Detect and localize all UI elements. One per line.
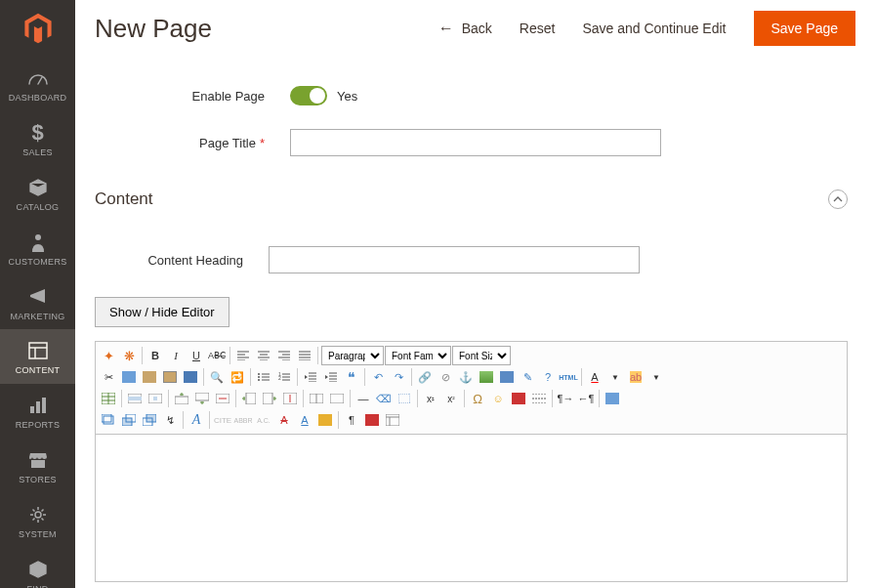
cut-icon[interactable]: ✂ [99,367,118,387]
enable-page-toggle[interactable] [290,86,327,105]
col-after-icon[interactable] [260,389,279,408]
align-justify-icon[interactable] [295,346,314,365]
hr-icon[interactable]: — [354,389,373,408]
merge-cells-icon[interactable] [327,389,347,408]
textcolor-icon[interactable]: A [585,367,604,387]
align-right-icon[interactable] [274,346,294,365]
charmap-icon[interactable]: Ω [468,389,487,408]
split-cells-icon[interactable] [307,389,326,408]
align-left-icon[interactable] [233,346,253,365]
textcolor-dropdown-icon[interactable]: ▼ [605,367,625,387]
acronym-icon[interactable]: A.C. [254,410,273,430]
variable-icon[interactable]: ❋ [119,346,139,365]
page-title-row: Page Title* [95,129,848,156]
media-icon[interactable] [497,367,517,387]
svg-rect-27 [398,394,410,403]
abbr-icon[interactable]: ABBR [233,410,253,430]
table-icon[interactable] [99,389,118,408]
anchor-icon[interactable]: ⚓ [456,367,476,387]
ltr-icon[interactable]: ¶→ [556,389,575,408]
help-icon[interactable]: ? [538,367,558,387]
template-icon[interactable] [383,410,402,430]
layer-backward-icon[interactable] [140,410,159,430]
cell-props-icon[interactable] [146,389,165,408]
content-heading-input[interactable] [269,246,640,273]
bgcolor-icon[interactable]: ab [626,367,646,387]
visual-aid-icon[interactable] [395,389,414,408]
back-link[interactable]: ← Back [438,20,492,37]
col-before-icon[interactable] [239,389,259,408]
styleprops-icon[interactable]: A [187,410,206,430]
number-list-icon[interactable]: 12 [274,367,294,387]
fullscreen-icon[interactable] [603,389,622,408]
sidebar-item-customers[interactable]: CUSTOMERS [0,221,75,275]
content-section-title: Content [95,189,828,209]
paste-text-icon[interactable] [160,367,180,387]
sidebar-item-system[interactable]: SYSTEM [0,493,75,548]
image-icon[interactable] [477,367,496,387]
strikethrough-icon[interactable]: AB̶C̶ [207,346,227,365]
visualchars-icon[interactable]: ¶ [342,410,361,430]
paste-word-icon[interactable] [181,367,200,387]
paste-icon[interactable] [140,367,159,387]
widget-icon[interactable]: ✦ [99,346,118,365]
blockquote-icon[interactable]: ❝ [342,367,361,387]
bgcolor-dropdown-icon[interactable]: ▼ [646,367,666,387]
sidebar-item-catalog[interactable]: CATALOG [0,166,75,221]
reset-link[interactable]: Reset [520,21,556,36]
font-size-select[interactable]: Font Size [452,346,511,365]
find-icon[interactable]: 🔍 [207,367,227,387]
sidebar-item-sales[interactable]: $ SALES [0,111,75,166]
sidebar-item-marketing[interactable]: MARKETING [0,275,75,330]
sidebar-item-stores[interactable]: STORES [0,439,75,493]
unlink-icon[interactable]: ⊘ [436,367,455,387]
cite-icon[interactable]: CITE [213,410,232,430]
italic-icon[interactable]: I [166,346,186,365]
save-continue-link[interactable]: Save and Continue Edit [582,21,726,36]
replace-icon[interactable]: 🔁 [228,367,247,387]
layer-icon[interactable] [99,410,118,430]
cleanup-icon[interactable]: ✎ [518,367,537,387]
indent-icon[interactable] [321,367,341,387]
absolute-icon[interactable]: ↯ [160,410,180,430]
page-title-input[interactable] [290,129,661,156]
font-family-select[interactable]: Font Family [385,346,451,365]
redo-icon[interactable]: ↷ [389,367,408,387]
remove-format-icon[interactable]: ⌫ [374,389,394,408]
show-hide-editor-button[interactable]: Show / Hide Editor [95,297,229,327]
format-select[interactable]: Paragraph [321,346,384,365]
outdent-icon[interactable] [301,367,320,387]
row-delete-icon[interactable] [213,389,232,408]
copy-icon[interactable] [119,367,139,387]
align-center-icon[interactable] [254,346,273,365]
layer-forward-icon[interactable] [119,410,139,430]
html-icon[interactable]: HTML [559,367,578,387]
row-after-icon[interactable] [192,389,212,408]
flash-icon[interactable] [509,389,528,408]
pagebreak-icon[interactable] [529,389,549,408]
editor-body[interactable] [96,435,847,581]
sidebar-item-reports[interactable]: REPORTS [0,384,75,439]
undo-icon[interactable]: ↶ [368,367,388,387]
emoticons-icon[interactable]: ☺ [488,389,508,408]
del-icon[interactable]: A [274,410,294,430]
link-icon[interactable]: 🔗 [415,367,435,387]
bullet-list-icon[interactable] [254,367,273,387]
rtl-icon[interactable]: ←¶ [576,389,596,408]
nbsp-icon[interactable] [362,410,382,430]
underline-icon[interactable]: U [187,346,206,365]
save-button[interactable]: Save Page [754,11,856,46]
ins-icon[interactable]: A [295,410,314,430]
sidebar-item-dashboard[interactable]: DASHBOARD [0,57,75,111]
subscript-icon[interactable]: x₂ [421,389,440,408]
row-props-icon[interactable] [125,389,145,408]
sidebar-item-partners[interactable]: FIND PARTNERS & EXTENSIONS [0,548,75,588]
row-before-icon[interactable] [172,389,191,408]
content-section-header[interactable]: Content [95,180,848,223]
attribs-icon[interactable] [315,410,335,430]
col-delete-icon[interactable] [280,389,300,408]
sidebar-item-content[interactable]: CONTENT [0,329,75,384]
magento-logo[interactable] [0,0,75,57]
bold-icon[interactable]: B [146,346,165,365]
superscript-icon[interactable]: x² [441,389,461,408]
